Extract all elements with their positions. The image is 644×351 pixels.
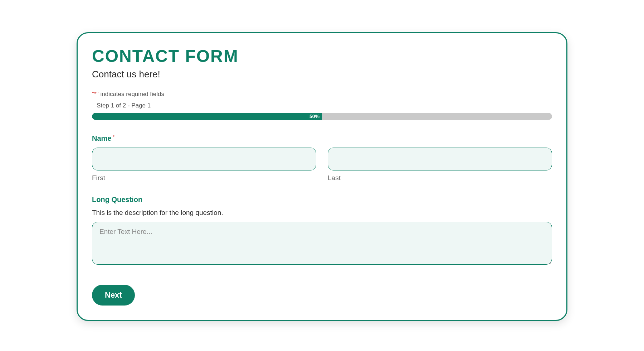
progress-percent-text: 50% [309,114,319,119]
long-question-description: This is the description for the long que… [92,209,552,217]
name-label: Name [92,134,111,143]
progress-bar: 50% [92,113,552,120]
long-question-textarea[interactable] [92,222,552,265]
required-note-quote-close: " [97,91,99,97]
required-fields-note: "*" indicates required fields [92,91,552,98]
first-name-col: First [92,148,316,182]
last-name-col: Last [328,148,552,182]
required-asterisk: * [112,134,114,140]
form-title: CONTACT FORM [92,46,552,66]
form-subtitle: Contact us here! [92,69,552,80]
required-note-text: indicates required fields [100,91,164,97]
next-button[interactable]: Next [92,285,135,306]
progress-fill [92,113,322,120]
contact-form-card: CONTACT FORM Contact us here! "*" indica… [77,32,567,321]
long-question-label: Long Question [92,196,142,204]
first-name-sublabel: First [92,174,316,182]
required-note-asterisk: * [94,91,97,97]
name-inputs-row: First Last [92,148,552,182]
name-field-group: Name* First Last [92,134,552,182]
last-name-sublabel: Last [328,174,552,182]
first-name-input[interactable] [92,148,316,170]
step-indicator: Step 1 of 2 - Page 1 [97,102,552,109]
last-name-input[interactable] [328,148,552,170]
long-question-field-group: Long Question This is the description fo… [92,196,552,266]
